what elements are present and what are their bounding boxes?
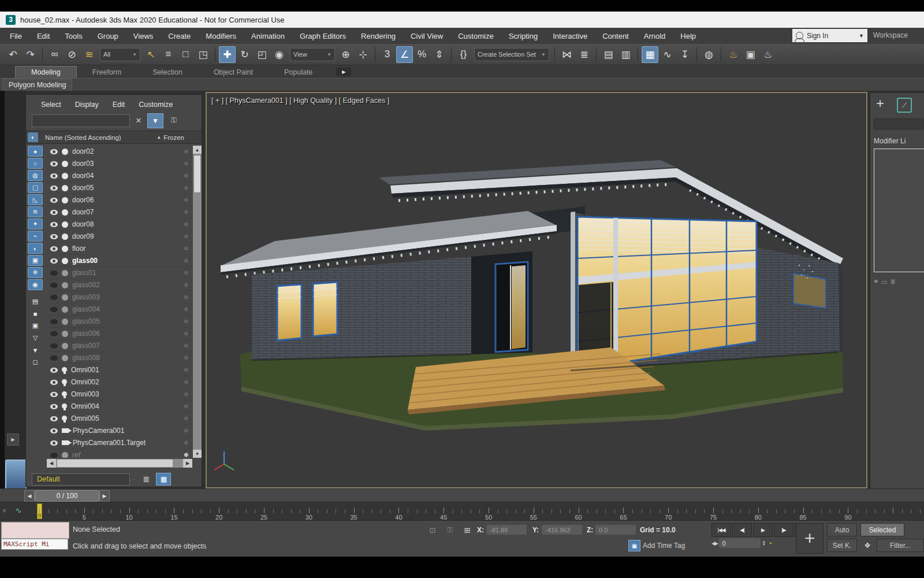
- menu-group[interactable]: Group: [90, 32, 126, 40]
- material-editor-icon[interactable]: ◍: [701, 46, 717, 63]
- list-item[interactable]: Omni003❄: [47, 388, 192, 401]
- eye-open-icon[interactable]: [50, 186, 58, 191]
- frozen-icon[interactable]: ❄: [184, 257, 189, 265]
- frozen-icon[interactable]: ❄: [184, 342, 189, 350]
- frozen-icon[interactable]: ❄: [184, 172, 189, 180]
- modifier-list-label[interactable]: Modifier Li: [874, 137, 923, 145]
- list-item[interactable]: door09❄: [47, 231, 192, 243]
- frozen-icon[interactable]: ❄: [184, 391, 189, 398]
- toggle-ribbon-icon[interactable]: ▦: [642, 46, 658, 63]
- frozen-icon[interactable]: ❄: [184, 354, 189, 362]
- menu-graph-editors[interactable]: Graph Editors: [292, 32, 353, 40]
- explorer-menu-select[interactable]: Select: [34, 98, 68, 111]
- list-item[interactable]: door02❄: [47, 146, 192, 158]
- current-layer-field[interactable]: Default: [32, 473, 130, 486]
- eye-open-icon[interactable]: [50, 198, 58, 203]
- selection-filter-dropdown[interactable]: All▼: [100, 48, 140, 61]
- list-item[interactable]: glass003❄: [47, 291, 192, 303]
- time-slider-next-icon[interactable]: ▶: [99, 490, 110, 502]
- perspective-viewport[interactable]: [ + ] [ PhysCamera001 ] [ High Quality ]…: [206, 92, 867, 488]
- list-item[interactable]: Omni002❄: [47, 376, 192, 388]
- workspace-label[interactable]: Workspace: [873, 31, 908, 39]
- view-thumbnails-icon[interactable]: ■: [28, 308, 43, 319]
- spinner-snap-toggle-icon[interactable]: ⇕: [431, 46, 448, 63]
- use-pivot-point-center-icon[interactable]: ⊕: [337, 46, 354, 63]
- frozen-icon[interactable]: ❄: [184, 451, 189, 458]
- display-particles-icon[interactable]: ✦: [28, 218, 43, 229]
- eye-closed-icon[interactable]: [50, 331, 58, 336]
- list-item[interactable]: glass00❄: [47, 255, 192, 267]
- menu-interactive[interactable]: Interactive: [545, 32, 595, 40]
- auto-key-button[interactable]: Auto: [827, 523, 857, 536]
- list-item[interactable]: door08❄: [47, 218, 192, 231]
- bind-to-space-warp-icon[interactable]: ≋: [81, 46, 98, 63]
- select-by-name-icon[interactable]: ≡: [160, 46, 177, 63]
- eye-open-icon[interactable]: [50, 222, 58, 227]
- stack-tools-icons[interactable]: ⌖▭≣: [874, 277, 899, 286]
- menu-civil-view[interactable]: Civil View: [403, 32, 450, 40]
- list-item[interactable]: Omni004❄: [47, 401, 192, 413]
- hscrollbar-thumb[interactable]: [57, 460, 173, 467]
- selection-lock-icon[interactable]: ⚿: [444, 524, 456, 536]
- view-containers-icon[interactable]: ▣: [28, 320, 43, 331]
- trackbar-menu-icon[interactable]: ≡: [2, 507, 6, 514]
- render-setup-icon[interactable]: ♨: [725, 46, 742, 63]
- toggle-layer-explorer-icon[interactable]: ▥: [617, 46, 634, 63]
- viewport-label[interactable]: [ + ] [ PhysCamera001 ] [ High Quality ]…: [211, 97, 389, 105]
- eye-open-icon[interactable]: [50, 428, 58, 433]
- new-folder-icon[interactable]: ◻: [28, 357, 43, 368]
- list-item[interactable]: PhysCamera001.Target❄: [47, 437, 192, 449]
- eye-open-icon[interactable]: [50, 246, 58, 251]
- selected-key-button[interactable]: Selected: [860, 523, 904, 536]
- render-production-icon[interactable]: ♨: [759, 46, 776, 63]
- frozen-icon[interactable]: ❄: [184, 245, 189, 253]
- eye-closed-icon[interactable]: [50, 271, 58, 276]
- align-icon[interactable]: ≣: [576, 46, 593, 63]
- time-tag-icon[interactable]: ▣: [628, 540, 640, 551]
- select-and-rotate-icon[interactable]: ↻: [236, 46, 253, 63]
- menu-rendering[interactable]: Rendering: [353, 32, 403, 40]
- display-geometry-icon[interactable]: ●: [28, 146, 43, 157]
- time-slider-prev-icon[interactable]: ◀: [24, 490, 35, 502]
- play-animation-button[interactable]: ▶: [753, 523, 773, 537]
- search-filter-icon[interactable]: ▼: [147, 113, 163, 128]
- eye-open-icon[interactable]: [50, 416, 58, 421]
- maxscript-listener-label[interactable]: MAXScript Mi: [1, 539, 68, 550]
- eye-open-icon[interactable]: [50, 380, 58, 385]
- search-clear-icon[interactable]: ✕: [133, 114, 144, 126]
- menu-edit[interactable]: Edit: [29, 32, 57, 40]
- layers-stack-icon[interactable]: ≣: [140, 473, 152, 485]
- display-lights-icon[interactable]: ◍: [28, 170, 43, 181]
- minimized-panel-tab[interactable]: [5, 460, 27, 490]
- list-item[interactable]: door04❄: [47, 170, 192, 182]
- ribbon-tab-modeling[interactable]: Modeling: [15, 66, 77, 78]
- snap-toggle-3d-icon[interactable]: 3: [379, 46, 396, 63]
- vertical-scrollbar[interactable]: ▲ ▼: [193, 146, 202, 458]
- menu-customize[interactable]: Customize: [450, 32, 501, 40]
- menu-arnold[interactable]: Arnold: [636, 32, 673, 40]
- scrollbar-thumb[interactable]: [193, 155, 201, 193]
- eye-open-icon[interactable]: [50, 440, 58, 446]
- display-cameras-icon[interactable]: ▢: [28, 182, 43, 193]
- lock-explorer-icon[interactable]: ⚿: [168, 114, 180, 126]
- frame-nudge-icon[interactable]: ◀▶: [711, 540, 717, 546]
- list-item[interactable]: door05❄: [47, 182, 192, 194]
- menu-create[interactable]: Create: [161, 32, 198, 40]
- eye-open-icon[interactable]: [50, 149, 58, 154]
- unlink-selection-icon[interactable]: ⊘: [64, 46, 80, 63]
- list-item[interactable]: door07❄: [47, 206, 192, 218]
- z-coordinate-field[interactable]: 0.0: [595, 525, 636, 535]
- explorer-menu-edit[interactable]: Edit: [106, 98, 132, 111]
- frozen-icon[interactable]: ❄: [184, 306, 189, 313]
- eye-open-icon[interactable]: [50, 368, 58, 373]
- layer-explorer-toggle-icon[interactable]: ▦: [156, 473, 171, 486]
- eye-closed-icon[interactable]: [50, 453, 58, 458]
- display-bones-icon[interactable]: ⌁: [28, 231, 43, 242]
- list-item[interactable]: Omni005❄: [47, 413, 192, 425]
- frozen-column-header[interactable]: ▲ Frozen: [157, 134, 184, 141]
- modifier-stack[interactable]: [874, 149, 924, 272]
- percent-snap-toggle-icon[interactable]: %: [413, 46, 430, 63]
- add-time-tag[interactable]: Add Time Tag: [643, 542, 685, 550]
- eye-closed-icon[interactable]: [50, 319, 58, 324]
- frozen-icon[interactable]: ❄: [184, 427, 189, 435]
